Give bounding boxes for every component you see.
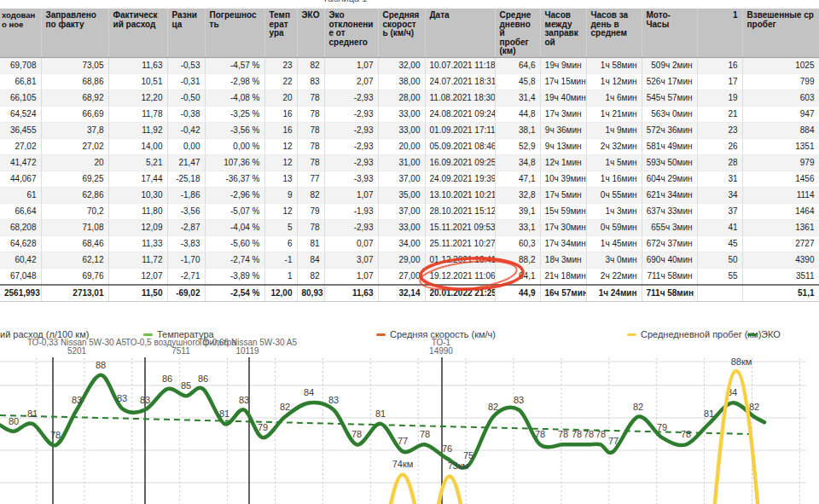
col-header[interactable]: Фактический расход xyxy=(108,9,167,57)
table-cell[interactable]: -1 xyxy=(264,252,297,268)
table-cell[interactable]: 29,00 xyxy=(378,252,425,268)
table-cell[interactable]: 21 xyxy=(697,106,742,122)
table-cell[interactable]: 3,07 xyxy=(324,252,378,268)
table-cell[interactable]: 64,6 xyxy=(495,57,540,73)
table-cell[interactable]: 711ч 58мин xyxy=(642,268,697,285)
table-cell[interactable]: -3,25 % xyxy=(205,106,264,122)
table-cell[interactable]: 17ч 3мин xyxy=(540,106,586,122)
table-cell[interactable]: 16.09.2021 09:25 xyxy=(425,154,495,171)
table-cell[interactable]: 44,8 xyxy=(495,106,540,122)
table-cell[interactable]: -4,57 % xyxy=(205,57,264,73)
table-cell[interactable]: 19.12.2021 11:06 xyxy=(425,268,495,285)
table-cell[interactable]: 11,78 xyxy=(108,106,167,122)
table-cell[interactable]: 35,00 xyxy=(378,187,425,203)
table-cell[interactable]: 33,00 xyxy=(378,106,425,122)
table-cell[interactable]: 64,628 xyxy=(0,235,41,252)
table-cell[interactable]: 82 xyxy=(297,187,324,203)
table-cell[interactable]: 17ч 15мин xyxy=(540,73,586,90)
table-cell[interactable]: 17ч 30мин xyxy=(540,219,586,235)
table-cell[interactable]: 563ч 0мин xyxy=(642,106,697,122)
table-cell[interactable]: 16 xyxy=(264,122,297,138)
table-cell[interactable]: 1ч 3мин xyxy=(586,203,642,219)
table-cell[interactable]: 2561,993 xyxy=(0,285,41,302)
table-cell[interactable]: -2,93 xyxy=(324,154,378,171)
table-cell[interactable]: 12 xyxy=(264,203,297,219)
table-cell[interactable]: 44,9 xyxy=(495,285,540,302)
table-cell[interactable]: 28 xyxy=(697,154,742,171)
table-cell[interactable]: 0,00 % xyxy=(205,138,264,154)
table-cell[interactable]: 17,44 xyxy=(108,171,167,187)
table-cell[interactable]: 9ч 13мин xyxy=(540,138,586,154)
table-cell[interactable]: 1ч 24мин xyxy=(586,285,642,302)
table-cell[interactable]: 2,07 xyxy=(324,73,378,90)
table-cell[interactable]: 19 xyxy=(697,90,742,106)
table-cell[interactable]: 34,00 xyxy=(378,235,425,252)
table-cell[interactable]: 10,30 xyxy=(108,187,167,203)
table-cell[interactable]: 66,105 xyxy=(0,90,41,106)
table-cell[interactable]: 1,07 xyxy=(324,57,378,73)
table-cell[interactable]: -0,38 xyxy=(167,106,205,122)
col-header[interactable]: Мото-Часы xyxy=(642,9,697,57)
table-cell[interactable]: 60,42 xyxy=(0,252,41,268)
table-cell[interactable]: -36,37 % xyxy=(205,171,264,187)
table-cell[interactable]: -3,83 xyxy=(167,235,205,252)
table-cell[interactable]: 20.01.2022 21:25 xyxy=(425,285,495,302)
table-cell[interactable]: 33,00 xyxy=(378,219,425,235)
table-cell[interactable]: -4,04 % xyxy=(205,219,264,235)
table-cell[interactable]: 32,14 xyxy=(378,285,425,302)
table-cell[interactable]: 11,63 xyxy=(324,285,378,302)
table-cell[interactable]: -0,53 xyxy=(167,57,205,73)
table-cell[interactable]: 16ч 57мин xyxy=(540,285,586,302)
table-cell[interactable]: 604ч 29мин xyxy=(642,171,697,187)
table-cell[interactable]: 27,00 xyxy=(378,268,425,285)
table-cell[interactable]: 61 xyxy=(0,187,41,203)
table-cell[interactable]: 107,36 % xyxy=(205,154,264,171)
table-cell[interactable]: -2,93 xyxy=(324,138,378,154)
table-cell[interactable]: 52,9 xyxy=(495,138,540,154)
table-cell[interactable]: 32,00 xyxy=(378,57,425,73)
table-cell[interactable]: 884 xyxy=(742,122,819,138)
table-cell[interactable]: 637ч 33мин xyxy=(642,203,697,219)
table-cell[interactable]: 1456 xyxy=(742,171,819,187)
col-header[interactable]: Часов между заправкой xyxy=(540,9,586,57)
table-cell[interactable]: 26 xyxy=(697,138,742,154)
table-cell[interactable]: -0,50 xyxy=(167,90,205,106)
table-cell[interactable]: 25.11.2021 10:27 xyxy=(425,235,495,252)
table-cell[interactable]: 67,048 xyxy=(0,268,41,285)
table-cell[interactable]: 17 xyxy=(697,73,742,90)
table-cell[interactable]: 1ч 5мин xyxy=(586,154,642,171)
table-cell[interactable]: 68,92 xyxy=(41,90,108,106)
table-cell[interactable]: -3,56 xyxy=(167,203,205,219)
table-cell[interactable]: 88,2 xyxy=(495,252,540,268)
table-cell[interactable]: 36,455 xyxy=(0,122,41,138)
table-cell[interactable]: 32,8 xyxy=(495,187,540,203)
table-cell[interactable]: 69,76 xyxy=(41,268,108,285)
table-cell[interactable]: 12 xyxy=(264,154,297,171)
table-cell[interactable]: 1,07 xyxy=(324,187,378,203)
table-cell[interactable]: 10ч 39мин xyxy=(540,171,586,187)
table-cell[interactable]: 37,00 xyxy=(378,203,425,219)
col-header[interactable]: Заправлено по факту xyxy=(41,9,108,57)
table-cell[interactable]: 6 xyxy=(264,235,297,252)
table-cell[interactable]: 66,64 xyxy=(0,203,41,219)
table-cell[interactable]: 19ч 40мин xyxy=(540,90,586,106)
table-cell[interactable]: 2727 xyxy=(742,235,819,252)
table-cell[interactable]: 5,21 xyxy=(108,154,167,171)
table-cell[interactable]: 1351 xyxy=(742,138,819,154)
table-cell[interactable]: 799 xyxy=(742,73,819,90)
table-cell[interactable]: -1,70 xyxy=(167,252,205,268)
table-cell[interactable]: -2,93 xyxy=(324,106,378,122)
table-cell[interactable]: 28.10.2021 15:12 xyxy=(425,203,495,219)
table-cell[interactable]: 82 xyxy=(297,57,324,73)
table-cell[interactable]: 82 xyxy=(297,268,324,285)
table-cell[interactable]: 45 xyxy=(697,235,742,252)
table-cell[interactable]: 1464 xyxy=(742,203,819,219)
table-cell[interactable]: 78 xyxy=(297,138,324,154)
table-cell[interactable]: 12,09 xyxy=(108,219,167,235)
table-cell[interactable]: 526ч 17мин xyxy=(642,73,697,90)
table-cell[interactable]: 78 xyxy=(297,90,324,106)
table-cell[interactable]: 509ч 2мин xyxy=(642,57,697,73)
table-cell[interactable]: 33,1 xyxy=(495,219,540,235)
table-cell[interactable]: 37,00 xyxy=(378,171,425,187)
table-cell[interactable]: -25,18 xyxy=(167,171,205,187)
